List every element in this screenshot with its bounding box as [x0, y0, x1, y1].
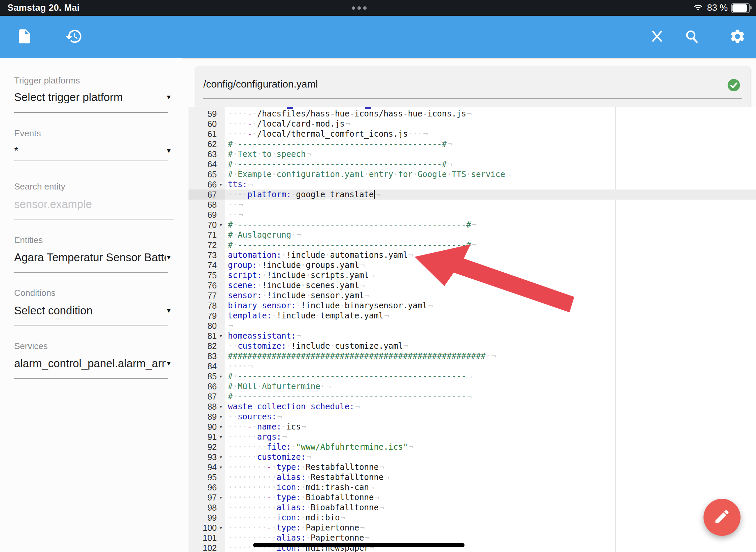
code-line[interactable]: 101··········alias:·Papiertonne¬ [188, 533, 756, 543]
yaml-list-dash: - [247, 109, 252, 118]
code-line[interactable]: 66▾tts:¬ [188, 179, 756, 189]
yaml-code-editor[interactable]: 59····-·/hacsfiles/hass-hue-icons/hass-h… [188, 107, 756, 552]
code-line[interactable]: 69··¬ [188, 210, 756, 220]
code-line[interactable]: 94▾········-·type:·Restabfalltonne¬ [188, 462, 756, 472]
fold-arrow-icon[interactable]: ▾ [217, 333, 225, 339]
chevron-down-icon[interactable]: ▼ [166, 94, 172, 101]
code-line[interactable]: 70▾#·-----------------------------------… [188, 220, 756, 230]
whitespace-marker: · [291, 230, 296, 240]
fold-arrow-icon[interactable]: ▾ [217, 464, 225, 470]
search-icon[interactable] [684, 29, 699, 45]
edit-fab-button[interactable] [703, 499, 741, 536]
code-line[interactable]: 99··········icon:·mdi:bio¬ [188, 513, 756, 523]
code-line[interactable]: 89▾··sources:¬ [188, 412, 756, 422]
code-line[interactable]: 97▾········-·type:·Bioabfalltonne¬ [188, 492, 756, 503]
code-line[interactable]: 87#·------------------------------------… [188, 391, 756, 402]
code-line[interactable]: 65#·Example·configuration.yaml·entry·for… [188, 169, 756, 179]
code-line[interactable]: 68··¬ [188, 200, 756, 210]
eol-marker: ¬ [325, 382, 331, 391]
fold-arrow-icon[interactable]: ▾ [217, 222, 225, 228]
folder-icon[interactable] [16, 28, 33, 46]
code-line[interactable]: 81▾homeassistant:¬ [188, 331, 756, 341]
fold-arrow-icon[interactable]: ▾ [217, 424, 225, 429]
code-line[interactable]: 71#·Auslagerung·¬ [188, 230, 756, 240]
code-line[interactable]: 84····¬ [188, 361, 756, 371]
fold-arrow-icon[interactable]: ▾ [217, 495, 225, 500]
line-number: 65 [188, 169, 225, 179]
code-line[interactable]: 82··customize:·!include·customize.yaml¬ [188, 341, 756, 351]
code-line[interactable]: 85▾#·-----------------------------------… [188, 371, 756, 381]
code-line[interactable]: 83######################################… [188, 351, 756, 361]
close-icon[interactable] [650, 29, 664, 45]
code-token: script: [228, 271, 262, 280]
sidebar-field-label: Conditions [14, 288, 56, 298]
code-line[interactable]: 64#·------------------------------------… [188, 159, 756, 169]
code-line[interactable]: 75script:·!include·scripts.yaml¬ [188, 270, 756, 280]
code-line[interactable]: 92········file:·"www/Abfuhrtermine.ics"¬ [188, 442, 756, 452]
code-line[interactable]: 59····-·/hacsfiles/hass-hue-icons/hass-h… [188, 109, 756, 119]
code-line[interactable]: 93▾······customize:¬ [188, 452, 756, 462]
chevron-down-icon[interactable]: ▼ [166, 147, 172, 154]
line-number: 96 [188, 482, 225, 492]
code-line[interactable]: 61····-·/local/thermal_comfort_icons.js·… [188, 129, 756, 139]
fold-arrow-icon[interactable]: ▾ [217, 434, 225, 440]
pencil-icon [713, 508, 731, 527]
code-line[interactable]: 67··-·platform:·google_translate¬ [188, 189, 756, 200]
code-line[interactable]: 98··········alias:·Bioabfalltonne¬ [188, 503, 756, 513]
code-token: name: [257, 422, 281, 432]
eol-marker: ¬ [345, 119, 350, 129]
sidebar-field-value[interactable]: Agara Temperatur Sensor Batter... [14, 251, 166, 264]
code-line[interactable]: 100▾········-·type:·Papiertonne¬ [188, 523, 756, 533]
code-line[interactable]: 78binary_sensor:·!include·binarysensor.y… [188, 301, 756, 311]
search-entity-input[interactable]: sensor.example [14, 198, 92, 211]
whitespace-marker: ··· [408, 129, 422, 139]
code-line[interactable]: 79template:·!include·template.yaml¬ [188, 311, 756, 321]
history-icon[interactable] [65, 28, 83, 46]
fold-arrow-icon[interactable]: ▾ [217, 374, 225, 379]
sidebar-field-value[interactable]: Select condition [14, 304, 93, 317]
code-line[interactable]: 88▾waste_collection_schedule:¬ [188, 402, 756, 412]
whitespace-marker: · [272, 523, 276, 532]
eol-marker: ¬ [490, 351, 496, 361]
settings-gear-icon[interactable] [729, 28, 746, 46]
space-marker: · [272, 149, 276, 159]
code-line[interactable]: 80¬ [188, 321, 756, 331]
multitask-dots-icon[interactable] [352, 6, 367, 10]
code-line[interactable]: 77sensor:·!include·sensor.yaml¬ [188, 290, 756, 301]
sidebar-field-underline [14, 378, 168, 379]
sidebar-field-value[interactable]: alarm_control_panel.alarm_arm_... [14, 357, 166, 370]
fold-arrow-icon[interactable]: ▾ [217, 525, 225, 530]
line-number: 77 [188, 290, 225, 301]
eol-marker: ¬ [466, 372, 472, 381]
code-line[interactable]: 74group:·!include·groups.yaml¬ [188, 260, 756, 270]
chevron-down-icon[interactable]: ▼ [166, 254, 172, 261]
fold-arrow-icon[interactable]: ▾ [217, 414, 225, 419]
sidebar-field-value[interactable]: Select trigger platform [14, 91, 123, 104]
code-line[interactable]: 90▾····-·name:·ics¬ [188, 422, 756, 432]
code-line[interactable]: 60····-·/local/card-mod.js¬ [188, 119, 756, 129]
line-number: 93▾ [188, 452, 225, 462]
fold-arrow-icon[interactable]: ▾ [217, 182, 225, 187]
code-token: /local/card-mod.js [257, 119, 345, 129]
space-marker: · [325, 250, 330, 260]
fold-arrow-icon[interactable]: ▾ [217, 404, 225, 409]
code-line[interactable]: 63#·Text·to·speech¬ [188, 149, 756, 159]
code-line[interactable]: 96··········icon:·mdi:trash-can¬ [188, 482, 756, 492]
code-line[interactable]: 86#·Müll·Abfurtermine·¬ [188, 381, 756, 391]
eol-marker: ¬ [466, 109, 472, 118]
sidebar-field-value[interactable]: * [14, 144, 19, 157]
code-line[interactable]: 95··········alias:·Restabfalltonne¬ [188, 472, 756, 482]
code-line[interactable]: 91▾······args:¬ [188, 432, 756, 442]
chevron-down-icon[interactable]: ▼ [166, 360, 172, 367]
battery-percent: 83 % [707, 3, 728, 13]
toolbar [0, 16, 756, 58]
code-line[interactable]: 62#·------------------------------------… [188, 139, 756, 149]
fold-arrow-icon[interactable]: ▾ [217, 454, 225, 460]
file-path[interactable]: /config/configuration.yaml [203, 78, 318, 90]
whitespace-marker: ·· [228, 190, 238, 199]
code-line[interactable]: 73automation:·!include·automations.yaml¬ [188, 250, 756, 260]
code-line[interactable]: 72#·------------------------------------… [188, 240, 756, 250]
home-indicator[interactable] [253, 543, 465, 547]
chevron-down-icon[interactable]: ▼ [166, 307, 172, 314]
code-line[interactable]: 76scene:·!include·scenes.yaml¬ [188, 280, 756, 290]
